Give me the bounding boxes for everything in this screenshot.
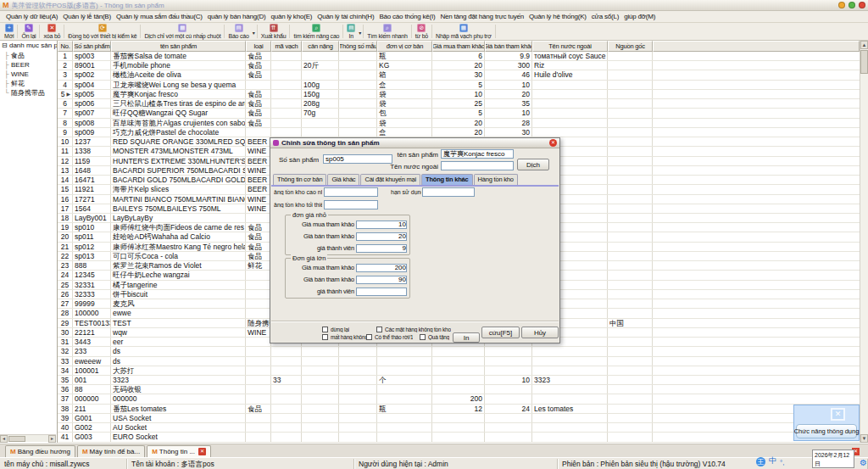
grid-row[interactable]: 35001332333个103323 (58, 376, 860, 385)
column-header[interactable]: No. (58, 41, 73, 52)
detachable-checkbox[interactable] (366, 334, 372, 340)
grid-row[interactable]: 3688无码收银 (58, 385, 860, 394)
toolbar-button[interactable]: ⌕tìm kiếm nâng cao (291, 23, 342, 40)
tree-item[interactable]: ├BEER (0, 60, 57, 70)
tab-navigation[interactable]: MBảng điều hướng (5, 445, 75, 457)
gift-checkbox[interactable] (420, 334, 426, 340)
grid-row[interactable]: 7sp007旺仔QQ糖Wangzai QQ Sugar食品70g包510 (58, 109, 860, 118)
tree-item[interactable]: ├WINE (0, 70, 57, 79)
close-icon[interactable] (859, 2, 865, 8)
dialog-tab[interactable]: Thông tin khác (421, 174, 473, 185)
menu-item[interactable]: Quản lý tài chính(H) (314, 13, 376, 20)
column-header[interactable]: đơn vị cơ bản (377, 41, 432, 52)
ime-logo-icon[interactable]: 王 (756, 457, 765, 466)
column-header[interactable]: cân nặng (302, 41, 339, 52)
dialog-tab[interactable]: Giá khác (327, 174, 359, 185)
stop-checkbox[interactable] (322, 327, 328, 332)
column-header[interactable]: Thông số mẫu (339, 41, 377, 52)
toolbar-button[interactable]: ⊘từ bỏ (413, 23, 431, 40)
tree-root[interactable]: ⊟ danh mục sản phẩm (0, 41, 57, 51)
common-functions-button[interactable]: Chức năng thông dụng (796, 424, 857, 438)
grid-row[interactable]: 9sp009巧克力威化饼Pastel de chocolate盒2030 (58, 128, 860, 137)
column-header[interactable]: mã vạch (271, 41, 302, 52)
dialog-close-icon[interactable]: ✕ (549, 139, 557, 147)
grid-row[interactable]: 4sp004卫龙亲嘴烧Wei Long se besa y quema100g盒… (58, 81, 860, 90)
menu-item[interactable]: Nền tảng đặt hàng trực tuyến (437, 13, 526, 20)
cancel-button[interactable]: Hủy bỏ[Esc] (521, 327, 559, 338)
grid-row[interactable]: 289001手机mobile phone食品20斤KG20300Riz (58, 61, 860, 70)
tree-item[interactable]: └随身携带品 (0, 88, 57, 98)
grid-row[interactable]: 5▶sp005魔芋爽Konjac fresco食品150g袋1020 (58, 90, 860, 99)
tab-desktop[interactable]: MMáy tính để bà... (77, 445, 145, 457)
column-header[interactable]: Giá mua tham khảo (432, 41, 485, 52)
settings-gear-icon[interactable]: ⚙ (860, 458, 867, 467)
product-name-input[interactable] (441, 149, 514, 159)
toolbar-button[interactable]: ⇈Xuất khẩu (259, 23, 289, 40)
menu-item[interactable]: Quản lý lễ tân(B) (60, 13, 114, 20)
grid-row[interactable]: 38211番茄Les tomates食品瓶1224Les tomates (58, 405, 860, 414)
grid-row[interactable]: 37000000000000200 (58, 394, 860, 404)
print-button[interactable]: In (453, 332, 480, 343)
column-header[interactable]: Giá bán tham khảo (485, 41, 532, 52)
toolbar-button[interactable]: ▦Nhập mã vạch phụ trợ (433, 23, 494, 40)
maximize-icon[interactable] (849, 2, 855, 8)
foreign-name-input[interactable] (441, 161, 514, 170)
menu-item[interactable]: cửa sổ(L) (589, 13, 621, 20)
price-input[interactable] (356, 288, 407, 296)
translate-button[interactable]: Dịch (517, 159, 549, 170)
toolbar-button[interactable]: ✕xóa bỏ (41, 23, 63, 40)
dialog-tab[interactable]: Thông tin cơ bản (273, 174, 326, 185)
scroll-down-icon[interactable]: ▼ (860, 434, 868, 443)
grid-row[interactable]: 1sp003番茄酱Salsa de tomate食品瓶69.9томатный … (58, 52, 860, 61)
dialog-tab[interactable]: Hàng tồn kho (474, 174, 518, 185)
chevron-down-icon[interactable]: ▾ (253, 30, 255, 36)
grid-row[interactable]: 39G001USA Socket (58, 414, 860, 423)
grid-vertical-scrollbar[interactable]: ▲ ▼ (860, 41, 868, 443)
save-button[interactable]: cứu[F5] (481, 327, 520, 338)
scroll-right-icon[interactable]: ▸ (48, 435, 56, 443)
ime-language-icon[interactable]: 中 (769, 455, 776, 466)
tab-close-icon[interactable]: ✕ (198, 448, 206, 455)
column-header[interactable]: Nguồn gốc (608, 41, 653, 52)
scroll-thumb[interactable] (8, 436, 25, 442)
toolbar-button[interactable]: ✎Ôn lại (19, 23, 38, 40)
no-stock-checkbox[interactable] (376, 327, 382, 332)
stock-max-input[interactable] (324, 187, 378, 197)
menu-item[interactable]: Quản lý mua sắm đấu thầu(C) (114, 13, 205, 20)
price-input[interactable] (356, 221, 407, 229)
tree-item[interactable]: ├鲜花 (0, 79, 57, 88)
tree-horizontal-scrollbar[interactable]: ◂ ▸ (0, 434, 56, 442)
toolbar-button[interactable]: +Mới (2, 23, 16, 40)
scroll-up-icon[interactable]: ▲ (860, 41, 868, 49)
dialog-tab[interactable]: Cài đặt khuyến mại (360, 174, 420, 185)
menu-item[interactable]: giúp đỡ(M) (621, 13, 658, 20)
price-input[interactable] (356, 264, 407, 272)
expiry-input[interactable] (422, 187, 475, 197)
column-header[interactable]: Số sản phẩm (73, 41, 111, 52)
grid-row[interactable]: 40G002AU Socket (58, 423, 860, 433)
stock-min-input[interactable] (324, 200, 378, 209)
menu-item[interactable]: quản lý bán hàng(D) (205, 13, 269, 20)
grid-row[interactable]: 34100001大苏打 (58, 366, 860, 376)
scroll-thumb[interactable] (860, 50, 868, 74)
column-header[interactable]: Tên nước ngoài (532, 41, 608, 52)
menu-item[interactable]: Quản lý dữ liệu(A) (3, 13, 60, 20)
grid-row[interactable]: 8sp008百草味海苔脆片Algas crujientes con sabor … (58, 119, 860, 128)
minimize-icon[interactable] (838, 2, 845, 8)
grid-row[interactable]: 3sp002橄榄油Aceite de oliva食品箱3046Huile d'o… (58, 70, 860, 80)
menu-item[interactable]: quản lý kho(E) (268, 13, 314, 20)
column-header[interactable]: loại (246, 41, 271, 52)
toolbar-button[interactable]: ⟳Đồng bộ với thiết bị kiểm kê (65, 23, 139, 40)
ime-punctuation-icon[interactable]: °, (780, 459, 784, 466)
menu-item[interactable]: Báo cáo thống kê(I) (376, 13, 437, 20)
tree-item[interactable]: ├食品 (0, 51, 57, 60)
chevron-down-icon[interactable]: ▾ (359, 30, 361, 36)
tree-collapse-icon[interactable]: ⊟ (2, 42, 9, 49)
scroll-left-icon[interactable]: ◂ (0, 435, 8, 443)
price-input[interactable] (356, 232, 407, 241)
tab-product-info[interactable]: MThông tin ...✕ (147, 445, 211, 457)
menu-item[interactable]: Quản lý hệ thống(K) (526, 13, 589, 20)
grid-row[interactable]: 6sp006三只松鼠山楂条Tres tiras de espino de ard… (58, 99, 860, 109)
toolbar-button[interactable]: ▤Báo cáo (225, 23, 251, 40)
price-input[interactable] (356, 276, 407, 284)
